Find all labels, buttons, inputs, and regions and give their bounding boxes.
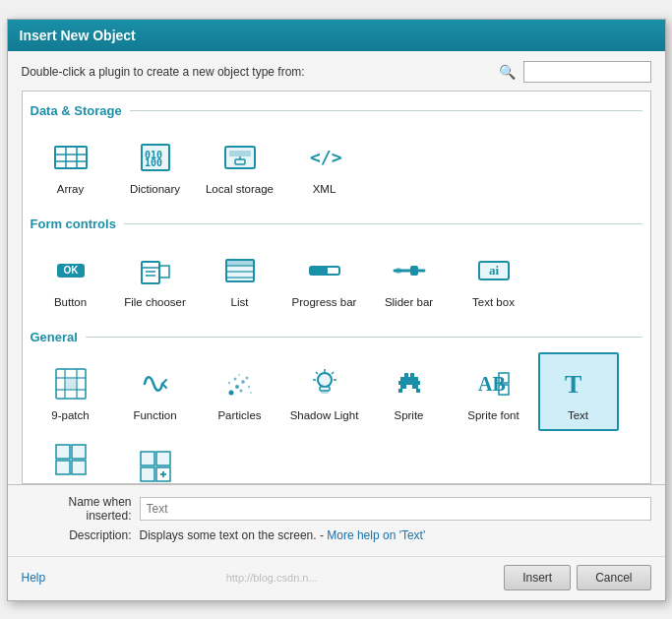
plugin-local-storage[interactable]: Local storage: [200, 126, 280, 205]
svg-point-40: [233, 377, 236, 380]
svg-rect-53: [320, 387, 330, 391]
file-chooser-label: File chooser: [124, 296, 186, 310]
svg-rect-72: [156, 452, 170, 465]
sprite-font-label: Sprite font: [467, 409, 519, 423]
list-label: List: [231, 296, 249, 310]
plugin-scroll-area[interactable]: Data & Storage A: [22, 91, 651, 484]
search-input[interactable]: [523, 61, 651, 83]
svg-rect-71: [141, 452, 154, 465]
local-storage-icon: [218, 136, 262, 179]
dialog-footer: Help http://blog.csdn.n... Insert Cancel: [8, 556, 665, 600]
subtitle-row: Double-click a plugin to create a new ob…: [22, 61, 651, 83]
svg-point-41: [245, 376, 248, 379]
plugin-progress-bar[interactable]: Progress bar: [284, 239, 365, 318]
svg-line-51: [316, 372, 318, 374]
shadow-light-icon: [303, 362, 346, 405]
sprite-label: Sprite: [394, 409, 423, 423]
svg-text:100: 100: [145, 157, 162, 168]
plugin-9-patch[interactable]: 9-patch: [31, 352, 111, 431]
help-link[interactable]: Help: [22, 571, 46, 585]
tiled-background-icon: [49, 441, 92, 478]
button-label: Button: [54, 296, 87, 310]
description-text: Displays some text on the screen. - More…: [140, 528, 651, 542]
scroll-content: Data & Storage A: [23, 92, 650, 484]
text-label: Text: [568, 409, 588, 423]
svg-point-38: [235, 385, 239, 389]
particles-icon: [218, 362, 262, 405]
svg-rect-69: [56, 461, 70, 474]
plugin-shadow-light[interactable]: Shadow Light: [284, 352, 365, 431]
plugin-button[interactable]: OK Button: [31, 239, 111, 318]
watermark: http://blog.csdn.n...: [45, 572, 498, 584]
slider-bar-icon: [388, 249, 431, 292]
progress-bar-icon: [303, 249, 346, 292]
svg-point-28: [396, 268, 401, 274]
svg-rect-57: [400, 377, 418, 381]
name-when-inserted-label: Name when inserted:: [22, 495, 140, 523]
plugin-list[interactable]: List: [200, 239, 280, 318]
svg-rect-68: [72, 445, 86, 459]
section-general: General: [31, 330, 642, 344]
svg-rect-70: [72, 461, 86, 474]
text-icon: T: [557, 362, 600, 405]
plugin-tiled-background[interactable]: Tiled Background: [31, 435, 111, 484]
plugin-dictionary[interactable]: 010 100 Dictionary: [115, 126, 196, 205]
plugin-array[interactable]: Array: [31, 126, 111, 205]
insert-button[interactable]: Insert: [504, 565, 571, 590]
svg-rect-62: [416, 389, 420, 393]
svg-rect-55: [404, 373, 408, 377]
plugin-particles[interactable]: Particles: [200, 352, 280, 431]
dictionary-label: Dictionary: [130, 183, 180, 197]
plugin-file-chooser[interactable]: File chooser: [115, 239, 196, 318]
file-chooser-icon: [134, 249, 177, 292]
name-input[interactable]: [140, 497, 651, 521]
function-label: Function: [133, 409, 176, 423]
9-patch-label: 9-patch: [51, 409, 89, 423]
plugin-text[interactable]: T Text: [538, 352, 619, 431]
shadow-light-label: Shadow Light: [290, 409, 359, 423]
svg-point-42: [239, 389, 242, 392]
search-icon-button[interactable]: 🔍: [499, 64, 516, 80]
svg-text:T: T: [565, 370, 581, 399]
plugin-sprite[interactable]: Sprite: [369, 352, 450, 431]
xml-label: XML: [313, 183, 336, 197]
9-patch-icon: [49, 362, 92, 405]
svg-rect-27: [410, 266, 418, 276]
local-storage-label: Local storage: [206, 183, 274, 197]
sprite-font-icon: AB: [472, 362, 516, 405]
svg-text:OK: OK: [63, 265, 79, 276]
svg-rect-56: [410, 373, 414, 377]
more-help-link[interactable]: More help on 'Text': [327, 528, 425, 542]
array-label: Array: [57, 183, 84, 197]
plugin-text-box[interactable]: ai Text box: [454, 239, 534, 318]
svg-rect-60: [412, 385, 418, 389]
general-grid: 9-patch Function: [31, 352, 642, 484]
description-label: Description:: [22, 528, 140, 542]
data-storage-grid: Array 010 100 Dictionary: [31, 126, 642, 205]
svg-text:ai: ai: [488, 263, 499, 278]
svg-point-44: [227, 381, 229, 383]
svg-text:AB: AB: [478, 373, 506, 395]
plugin-tilemap[interactable]: Tilemap: [115, 435, 196, 484]
insert-new-object-dialog: Insert New Object Double-click a plugin …: [7, 19, 666, 601]
svg-rect-54: [321, 391, 329, 394]
plugin-xml[interactable]: </> XML: [284, 126, 365, 205]
cancel-button[interactable]: Cancel: [577, 565, 650, 590]
sprite-icon: [388, 362, 431, 405]
text-box-label: Text box: [472, 296, 515, 310]
svg-point-46: [250, 392, 252, 394]
dialog-body: Double-click a plugin to create a new ob…: [8, 51, 665, 484]
slider-bar-label: Slider bar: [385, 296, 433, 310]
plugin-sprite-font[interactable]: AB Sprite font: [454, 352, 534, 431]
xml-icon: </>: [303, 136, 346, 179]
tilemap-icon: [134, 445, 177, 484]
svg-rect-9: [229, 151, 251, 156]
particles-label: Particles: [217, 409, 261, 423]
section-form-controls: Form controls: [31, 217, 642, 231]
dialog-titlebar: Insert New Object: [8, 20, 665, 51]
plugin-function[interactable]: Function: [115, 352, 196, 431]
svg-point-43: [247, 385, 249, 387]
svg-line-49: [332, 372, 334, 374]
svg-rect-61: [398, 389, 402, 393]
plugin-slider-bar[interactable]: Slider bar: [369, 239, 450, 318]
